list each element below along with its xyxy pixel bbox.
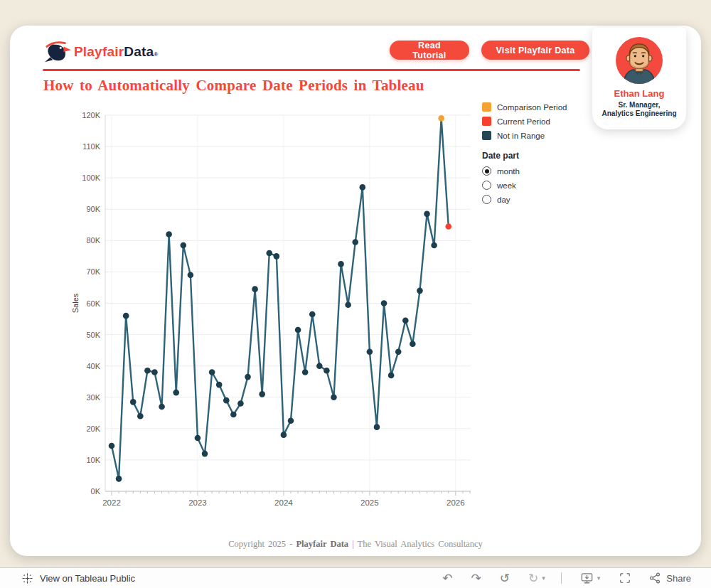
redo-icon[interactable]: ↷ [471, 572, 481, 584]
visit-playfair-button[interactable]: Visit Playfair Data [481, 41, 589, 60]
download-caret-icon[interactable]: ▾ [597, 574, 601, 582]
svg-text:120K: 120K [82, 111, 100, 119]
refresh-icon[interactable]: ↻ [528, 572, 538, 584]
svg-text:0K: 0K [91, 487, 101, 496]
read-tutorial-button[interactable]: Read Tutorial [390, 41, 469, 60]
svg-text:60K: 60K [86, 299, 100, 308]
author-role: Sr. Manager, Analytics Engineering [592, 101, 686, 118]
author-card: Ethan Lang Sr. Manager, Analytics Engine… [592, 28, 686, 129]
author-name: Ethan Lang [592, 88, 686, 99]
view-on-tableau-link[interactable]: View on Tableau Public [21, 572, 135, 584]
download-device-icon[interactable] [580, 572, 594, 585]
logo-wordmark: PlayfairData® [74, 44, 158, 60]
tableau-logo-icon [21, 572, 33, 584]
svg-text:Sales: Sales [71, 293, 80, 313]
kingfisher-logo-icon [44, 40, 71, 64]
header-divider [43, 69, 580, 71]
fullscreen-icon[interactable] [619, 572, 631, 584]
tableau-toolbar: View on Tableau Public ↶ ↷ ↺ ↻ ▾ ▾ Share [0, 567, 711, 588]
svg-text:20K: 20K [86, 424, 100, 433]
page-title: How to Automatically Compare Date Period… [43, 77, 541, 95]
svg-text:2026: 2026 [447, 498, 465, 507]
undo-icon[interactable]: ↶ [442, 572, 452, 584]
reset-icon[interactable]: ↺ [500, 572, 510, 584]
svg-text:70K: 70K [86, 267, 100, 276]
svg-text:30K: 30K [86, 393, 100, 402]
svg-text:2024: 2024 [274, 498, 293, 507]
toolbar-divider [561, 572, 562, 584]
viz-card: PlayfairData® Read Tutorial Visit Playfa… [10, 26, 701, 556]
toolbar-actions: ↶ ↷ ↺ ↻ ▾ ▾ Share [424, 572, 691, 585]
svg-text:2022: 2022 [102, 498, 121, 507]
svg-text:2023: 2023 [188, 498, 207, 507]
svg-text:50K: 50K [86, 331, 100, 339]
svg-text:10K: 10K [86, 456, 100, 464]
svg-text:80K: 80K [86, 236, 100, 245]
copyright-footer: Copyright 2025 - Playfair Data | The Vis… [10, 539, 701, 550]
share-button[interactable]: Share [648, 572, 691, 584]
sales-line-chart[interactable]: 0K10K20K30K40K50K60K70K80K90K100K110K120… [68, 107, 495, 518]
svg-text:100K: 100K [82, 173, 100, 182]
avatar [616, 37, 663, 84]
svg-text:2025: 2025 [360, 498, 379, 507]
svg-text:40K: 40K [86, 362, 100, 370]
playfair-logo[interactable]: PlayfairData® [44, 40, 158, 64]
svg-text:110K: 110K [82, 142, 101, 151]
share-icon [648, 572, 661, 584]
svg-text:90K: 90K [86, 205, 100, 213]
refresh-caret-icon[interactable]: ▾ [542, 574, 545, 582]
